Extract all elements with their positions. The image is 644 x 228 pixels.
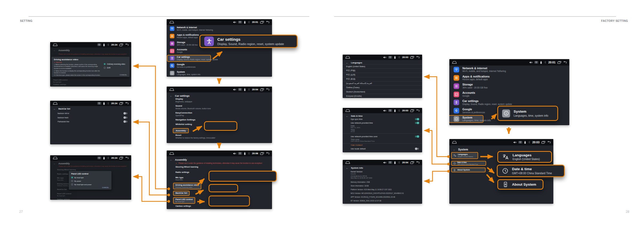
option-by-head-light-and-power[interactable]: By head light and power <box>71 184 109 185</box>
option-by-power[interactable]: By power <box>71 180 109 182</box>
item-panel-led-control[interactable]: Panel LED controlBy head light <box>173 197 195 204</box>
left-page-number: 27 <box>19 210 23 214</box>
back-arrow[interactable]: ← <box>453 148 456 151</box>
back-arrow[interactable]: ← <box>53 107 56 110</box>
menu-item-network[interactable]: Network & internetWi-Fi, mobile, and hot… <box>449 66 569 74</box>
home-icon[interactable] <box>452 141 457 144</box>
language-row[interactable]: العربية (المملكة العربية السعودية) <box>343 81 422 85</box>
toggle-on[interactable] <box>415 136 419 137</box>
radio-icon <box>71 180 73 182</box>
menu-item-network[interactable]: Network & internetWi-Fi, mobile, and hot… <box>167 25 272 32</box>
back-icon[interactable] <box>266 21 270 23</box>
home-icon[interactable] <box>169 152 174 155</box>
toggle-off[interactable] <box>123 112 127 114</box>
cancel-button[interactable]: CANCEL <box>102 187 109 188</box>
back-icon[interactable] <box>266 152 270 155</box>
language-row[interactable]: English (United States) <box>343 64 422 68</box>
option-ordinary-reversing[interactable]: Ordinary reversing video <box>104 63 125 65</box>
home-icon[interactable] <box>452 61 457 64</box>
language-row[interactable]: Čeština (Česko) <box>343 85 422 89</box>
home-icon[interactable] <box>345 56 350 59</box>
recents-icon[interactable] <box>119 102 123 105</box>
item-driving-assistance-video[interactable]: Driving assistance videoOrdinary reversi… <box>173 183 201 189</box>
language-row[interactable]: 中文 (台湾) <box>343 73 422 77</box>
row-network-timezone[interactable]: Use network-provided time zone <box>351 135 419 139</box>
back-icon[interactable] <box>266 88 270 91</box>
recents-icon[interactable] <box>260 21 264 24</box>
row-timezone: Time zoneGMT+08:00 China Standard Time <box>351 139 419 143</box>
radio-selected-icon <box>71 177 73 178</box>
item-reset[interactable]: ResetWhether to restore the factory sett… <box>175 134 272 141</box>
menu-item-car-settings[interactable]: Car settingsDisplay, Sound, Radio region… <box>449 98 569 107</box>
home-icon[interactable] <box>169 88 174 91</box>
toggle-off[interactable] <box>123 117 127 119</box>
option-by-head-light[interactable]: By head light <box>71 177 109 178</box>
radio-icon <box>104 67 106 69</box>
menu-item-car-settings[interactable]: Car settingsDisplay, Sound, Radio region… <box>167 55 272 62</box>
back-icon[interactable] <box>416 56 420 59</box>
back-icon[interactable] <box>547 141 551 144</box>
recents-icon[interactable] <box>410 56 414 59</box>
menu-item-storage[interactable]: Storage36% used - 20.55 GB free <box>449 82 569 90</box>
row-date: DateMay 11, 2021 <box>351 125 419 129</box>
menu-item-apps[interactable]: Apps & notificationsRecent apps, default… <box>449 74 569 82</box>
recents-icon[interactable] <box>260 88 264 91</box>
back-arrow[interactable]: ← <box>170 94 173 97</box>
menu-item-google[interactable]: GGoogleServices & preferences <box>167 62 272 70</box>
home-icon[interactable] <box>345 109 350 112</box>
toggle-on[interactable] <box>415 118 419 120</box>
row-parkassist-line[interactable]: Parkassist line <box>58 120 127 124</box>
recents-icon[interactable] <box>260 152 264 155</box>
home-icon[interactable] <box>345 161 350 164</box>
recents-icon[interactable] <box>557 61 561 64</box>
item-steering-wheel[interactable]: Steering Wheel learning <box>175 166 272 171</box>
row-gps-sync[interactable]: Gps sync time <box>351 117 419 121</box>
item-display[interactable]: DisplayBrightness, wallpaper <box>175 98 272 105</box>
home-icon[interactable] <box>53 156 58 160</box>
language-row[interactable]: 中文 (中国) <box>343 68 422 73</box>
system-icon <box>170 71 174 75</box>
home-icon[interactable] <box>169 21 174 24</box>
back-icon[interactable] <box>416 161 420 164</box>
home-icon[interactable] <box>53 102 58 105</box>
back-icon[interactable] <box>125 102 129 105</box>
recents-icon[interactable] <box>119 43 123 46</box>
recents-icon[interactable] <box>410 109 414 112</box>
row-backcar-mirror[interactable]: backcar mirror <box>58 111 127 116</box>
back-icon[interactable] <box>125 157 129 159</box>
language-row[interactable]: Deutsch (Deutschland) <box>343 89 422 94</box>
item-languages[interactable]: LanguagesEnglish (United States) <box>451 152 478 159</box>
item-sound[interactable]: SoundMedia volume, Bluetooth volume, but… <box>175 105 272 112</box>
wifi-icon <box>170 26 174 31</box>
back-icon[interactable] <box>563 61 567 64</box>
info-line: Store information: 32GB <box>351 185 420 187</box>
menu-item-accounts[interactable]: AccountsGoogle <box>167 47 272 55</box>
back-arrow[interactable]: ← <box>346 61 349 64</box>
row-locale-default[interactable]: Use locale default <box>351 147 419 150</box>
item-easyconnection[interactable]: EasyConnectionSpeedPlay <box>175 112 272 119</box>
item-date-time[interactable]: Date & timeGMT+08:00 China Standard Time <box>451 161 486 166</box>
language-row[interactable]: Ελληνικά (Ελλάδα) <box>343 94 422 98</box>
toggle-on[interactable] <box>415 122 419 124</box>
cancel-button[interactable]: CANCEL <box>120 74 127 76</box>
row-backcar-track[interactable]: backcar track <box>58 116 127 120</box>
recents-icon[interactable] <box>541 141 545 144</box>
back-icon[interactable] <box>416 109 420 112</box>
row-network-time[interactable]: Use network-provided time <box>351 121 419 125</box>
option-dvr[interactable]: DVR <box>104 67 125 69</box>
menu-item-system[interactable]: SystemLanguages, time, system info <box>167 69 272 77</box>
back-icon[interactable] <box>125 43 129 46</box>
recents-icon[interactable] <box>410 161 414 164</box>
item-about-system[interactable]: About System <box>451 168 486 172</box>
recents-icon[interactable] <box>119 157 123 160</box>
toggle-off[interactable] <box>415 148 419 150</box>
assembly-highlight-box[interactable]: Assembly <box>173 128 189 133</box>
item-backcar-set[interactable]: BackCar Set <box>173 191 190 196</box>
usb-status-icon <box>244 21 246 24</box>
home-icon[interactable] <box>53 43 58 46</box>
language-row[interactable]: 中文 (香港) <box>343 77 422 81</box>
toggle-off[interactable] <box>123 121 127 123</box>
menu-item-accounts[interactable]: AccountsGoogle <box>449 90 569 99</box>
back-arrow[interactable]: ← <box>170 158 173 161</box>
back-arrow[interactable]: ← <box>346 166 349 169</box>
